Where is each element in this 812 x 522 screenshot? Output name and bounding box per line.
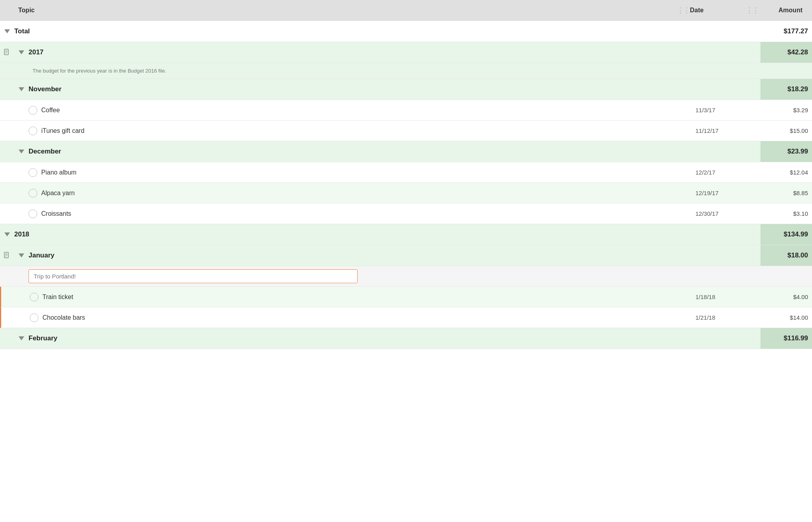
collapse-triangle-total xyxy=(4,29,10,33)
dec-toggle[interactable] xyxy=(14,141,29,162)
header-topic: Topic xyxy=(14,7,680,14)
transaction-croissants: Croissants 12/30/17 $3.10 xyxy=(0,203,812,224)
feb-label: February xyxy=(29,334,57,342)
dec-topic: December xyxy=(29,141,691,162)
year-2017-toggle[interactable] xyxy=(14,42,29,63)
piano-label: Piano album xyxy=(41,169,77,176)
train-date: 1/18/18 xyxy=(691,294,755,300)
year-row-2018: 2018 $134.99 xyxy=(0,224,812,245)
transaction-piano: Piano album 12/2/17 $12.04 xyxy=(0,162,812,183)
croissants-label: Croissants xyxy=(41,210,71,217)
feb-toggle[interactable] xyxy=(14,328,29,349)
piano-date: 12/2/17 xyxy=(691,169,755,176)
year-2017-label: 2017 xyxy=(29,48,44,56)
year-2018-label: 2018 xyxy=(14,230,29,238)
alpaca-amount: $8.85 xyxy=(760,190,812,196)
header-amount: Amount xyxy=(755,7,806,14)
date-resizer[interactable]: ⋮⋮ xyxy=(749,6,755,15)
croissants-amount: $3.10 xyxy=(760,210,812,217)
collapse-triangle-jan xyxy=(19,253,24,257)
year-2017-amount: $42.28 xyxy=(760,42,812,63)
jan-doc-icon xyxy=(0,245,14,266)
feb-date-cell xyxy=(691,328,755,349)
train-label: Train ticket xyxy=(42,294,73,301)
jan-resizer-spacer xyxy=(755,245,760,266)
jan-note-input[interactable] xyxy=(29,269,358,283)
train-topic: Train ticket xyxy=(30,293,691,301)
month-row-december: December $23.99 xyxy=(0,141,812,162)
choc-amount: $14.00 xyxy=(760,314,812,321)
year-2017-topic: 2017 xyxy=(29,42,691,63)
coffee-date: 11/3/17 xyxy=(691,107,755,113)
month-row-february: February $116.99 xyxy=(0,328,812,349)
feb-resizer-spacer xyxy=(755,328,760,349)
collapse-triangle-dec xyxy=(19,150,24,154)
feb-indent1 xyxy=(0,328,14,349)
croissants-date: 12/30/17 xyxy=(691,210,755,217)
jan-note-input-row xyxy=(0,266,812,287)
coffee-amount: $3.29 xyxy=(760,107,812,113)
nov-date-cell xyxy=(691,79,755,100)
feb-topic: February xyxy=(29,328,691,349)
transaction-itunes: iTunes gift card 11/12/17 $15.00 xyxy=(0,121,812,141)
piano-circle[interactable] xyxy=(29,168,37,177)
nov-topic: November xyxy=(29,79,691,100)
transaction-chocolate: Chocolate bars 1/21/18 $14.00 xyxy=(0,307,812,328)
month-row-november: November $18.29 xyxy=(0,79,812,100)
piano-topic: Piano album xyxy=(29,168,691,177)
total-amount: $177.27 xyxy=(760,27,812,35)
feb-amount: $116.99 xyxy=(760,328,812,349)
itunes-circle[interactable] xyxy=(29,127,37,135)
topic-resizer[interactable]: ⋮⋮ xyxy=(680,6,686,15)
total-row: Total $177.27 xyxy=(0,21,812,42)
nov-toggle[interactable] xyxy=(14,79,29,100)
train-circle[interactable] xyxy=(30,293,38,301)
year-2018-amount: $134.99 xyxy=(760,224,812,245)
nov-resizer-spacer xyxy=(755,79,760,100)
itunes-date: 11/12/17 xyxy=(691,127,755,134)
alpaca-label: Alpaca yarn xyxy=(41,190,75,197)
transaction-train: Train ticket 1/18/18 $4.00 xyxy=(0,287,812,307)
nov-amount: $18.29 xyxy=(760,79,812,100)
nov-label: November xyxy=(29,85,61,93)
alpaca-topic: Alpaca yarn xyxy=(29,189,691,198)
doc-icon-2017 xyxy=(3,48,11,56)
year-2018-topic: 2018 xyxy=(14,224,691,245)
choc-topic: Chocolate bars xyxy=(30,313,691,322)
jan-label: January xyxy=(29,251,54,259)
jan-toggle[interactable] xyxy=(14,245,29,266)
croissants-topic: Croissants xyxy=(29,209,691,218)
dec-indent1 xyxy=(0,141,14,162)
choc-date: 1/21/18 xyxy=(691,314,755,321)
choc-circle[interactable] xyxy=(30,313,38,322)
total-toggle[interactable] xyxy=(0,29,14,33)
train-amount: $4.00 xyxy=(760,294,812,300)
year-2017-doc-icon xyxy=(0,42,14,63)
table-header: Topic ⋮⋮ Date ⋮⋮ Amount xyxy=(0,0,812,21)
collapse-triangle-feb xyxy=(19,336,24,340)
itunes-topic: iTunes gift card xyxy=(29,127,691,135)
jan-topic: January xyxy=(29,245,691,266)
transaction-coffee: Coffee 11/3/17 $3.29 xyxy=(0,100,812,121)
jan-amount: $18.00 xyxy=(760,245,812,266)
coffee-circle[interactable] xyxy=(29,106,37,115)
dec-label: December xyxy=(29,148,61,155)
nov-indent1 xyxy=(0,79,14,100)
total-label: Total xyxy=(14,27,30,35)
jan-note-input-wrapper xyxy=(29,269,812,283)
coffee-label: Coffee xyxy=(41,107,60,114)
itunes-label: iTunes gift card xyxy=(41,127,84,134)
itunes-amount: $15.00 xyxy=(760,127,812,134)
alpaca-circle[interactable] xyxy=(29,189,37,198)
collapse-triangle-2017 xyxy=(19,50,24,54)
year-row-2017: 2017 $42.28 xyxy=(0,42,812,63)
year-2018-resizer-spacer xyxy=(755,224,760,245)
dec-resizer-spacer xyxy=(755,141,760,162)
transaction-alpaca: Alpaca yarn 12/19/17 $8.85 xyxy=(0,183,812,203)
year-2018-toggle[interactable] xyxy=(0,224,14,245)
year-2017-note-row: The budget for the previous year is in t… xyxy=(0,63,812,79)
croissants-circle[interactable] xyxy=(29,209,37,218)
doc-icon-jan xyxy=(3,251,11,259)
choc-label: Chocolate bars xyxy=(42,314,85,321)
coffee-topic: Coffee xyxy=(29,106,691,115)
